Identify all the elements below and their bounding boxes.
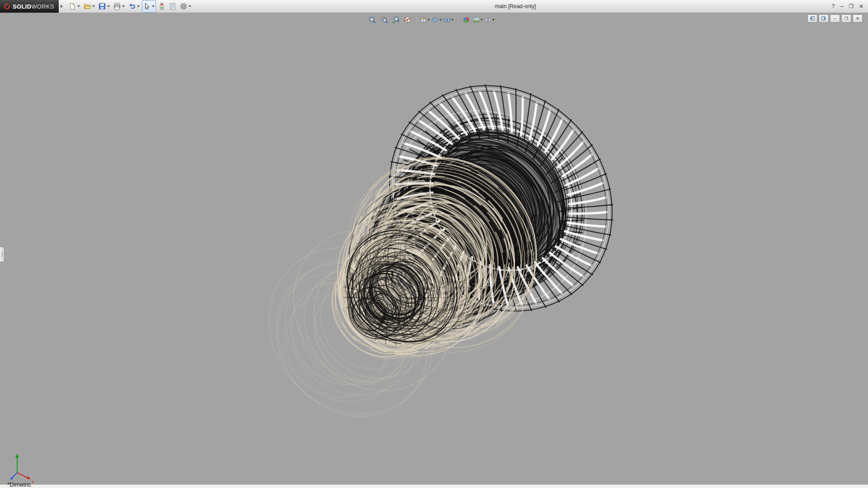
dropdown-arrow-icon[interactable] [92, 5, 95, 7]
open-document-button[interactable] [82, 0, 96, 13]
dropdown-arrow-icon[interactable] [481, 19, 483, 21]
print-document-icon [113, 3, 121, 10]
toolbar-separator [457, 16, 458, 23]
previous-document-button[interactable] [807, 14, 817, 23]
apply-scene-icon [473, 16, 480, 24]
section-view-button[interactable] [402, 14, 413, 25]
file-properties-icon [169, 3, 176, 10]
feature-manager-expand-handle[interactable] [0, 247, 5, 262]
solidworks-logo: SOLIDWORKS [0, 0, 59, 13]
view-settings-button[interactable] [485, 14, 495, 25]
orientation-triad: x [10, 454, 34, 484]
zoom-to-area-icon [380, 16, 388, 24]
apply-scene-button[interactable] [473, 14, 483, 25]
engine-wireframe-model: x [0, 13, 868, 488]
edit-appearance-ball-icon [462, 16, 470, 24]
dropdown-arrow-icon[interactable] [137, 5, 140, 7]
dropdown-arrow-icon[interactable] [439, 19, 442, 21]
rebuild-button[interactable] [157, 0, 167, 13]
rebuild-stoplight-icon [158, 3, 165, 10]
undo-icon [128, 3, 136, 10]
next-document-button[interactable] [819, 14, 829, 23]
edit-appearance-button[interactable] [461, 14, 472, 25]
undo-button[interactable] [127, 0, 141, 13]
select-cursor-icon [143, 3, 151, 10]
dropdown-arrow-icon[interactable] [77, 5, 80, 7]
open-document-icon [84, 3, 91, 10]
zoom-to-fit-button[interactable] [367, 14, 377, 25]
triad-x-label: x [32, 479, 34, 484]
child-window-controls: – ❐ ✕ [807, 14, 863, 23]
minimize-button[interactable]: – [840, 0, 843, 13]
new-document-button[interactable] [67, 0, 81, 13]
dropdown-arrow-icon[interactable] [451, 19, 454, 21]
triad-y-axis-icon [15, 454, 19, 458]
select-button[interactable] [142, 0, 156, 13]
window-controls: ? – ❐ ✕ [832, 0, 868, 13]
options-gear-icon [180, 3, 187, 10]
view-orientation-label: *Dimetric [7, 481, 31, 488]
solidworks-window: SOLIDWORKS [0, 0, 868, 488]
previous-view-button[interactable] [391, 14, 401, 25]
document-title: main [Read-only] [495, 0, 536, 13]
new-document-icon [69, 3, 76, 10]
view-orientation-button[interactable] [420, 14, 430, 25]
previous-view-icon [392, 16, 400, 24]
display-style-icon [432, 16, 439, 24]
previous-document-icon [810, 16, 815, 21]
toolbar-separator [416, 16, 417, 23]
view-settings-eye-icon [485, 16, 492, 24]
help-button[interactable]: ? [832, 0, 835, 13]
options-button[interactable] [179, 0, 193, 13]
dropdown-arrow-icon[interactable] [189, 5, 191, 7]
display-style-button[interactable] [432, 14, 442, 25]
dropdown-arrow-icon[interactable] [428, 19, 430, 21]
section-view-icon [403, 16, 411, 24]
zoom-to-fit-icon [368, 16, 376, 24]
dropdown-arrow-icon[interactable] [152, 5, 155, 7]
menu-toolbar [67, 0, 193, 13]
child-restore-button[interactable]: ❐ [841, 14, 851, 23]
file-properties-button[interactable] [168, 0, 178, 13]
titlebar: SOLIDWORKS [0, 0, 868, 13]
child-minimize-button[interactable]: – [830, 14, 840, 23]
save-document-icon [99, 3, 106, 10]
dassault-logo-icon [3, 3, 10, 10]
zoom-to-area-button[interactable] [379, 14, 389, 25]
dropdown-arrow-icon[interactable] [122, 5, 125, 7]
brand-name: SOLIDWORKS [13, 3, 54, 10]
dropdown-arrow-icon[interactable] [107, 5, 110, 7]
child-close-button[interactable]: ✕ [853, 14, 863, 23]
close-button[interactable]: ✕ [859, 0, 863, 13]
heads-up-view-toolbar [367, 14, 495, 25]
restore-button[interactable]: ❐ [849, 0, 854, 13]
dropdown-arrow-icon[interactable] [492, 19, 495, 21]
triad-z-axis-icon [12, 473, 17, 478]
status-bar [0, 484, 868, 488]
next-document-icon [821, 16, 826, 21]
view-orientation-cube-icon [420, 16, 427, 24]
print-document-button[interactable] [112, 0, 126, 13]
toolbar-expand-arrow-icon[interactable] [61, 5, 63, 8]
save-document-button[interactable] [97, 0, 111, 13]
hide-show-glasses-icon [443, 16, 451, 24]
graphics-viewport[interactable]: x [0, 13, 868, 488]
hide-show-items-button[interactable] [443, 14, 454, 25]
